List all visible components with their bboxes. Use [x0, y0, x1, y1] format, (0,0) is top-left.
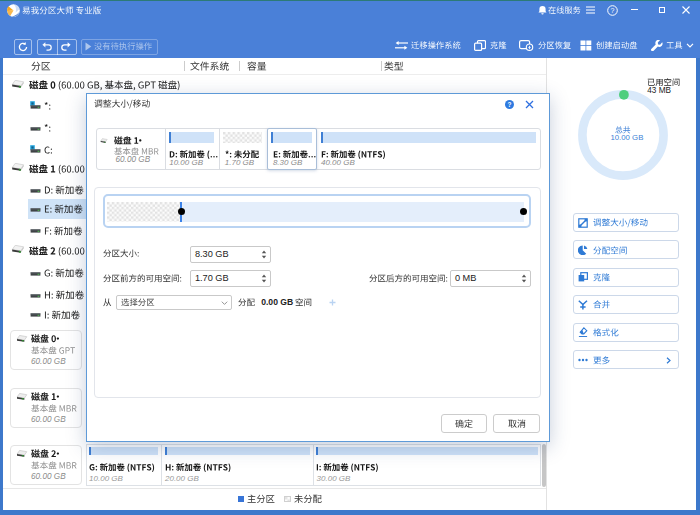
svg-text:?: ?: [611, 7, 615, 14]
svg-text:?: ?: [507, 101, 511, 108]
